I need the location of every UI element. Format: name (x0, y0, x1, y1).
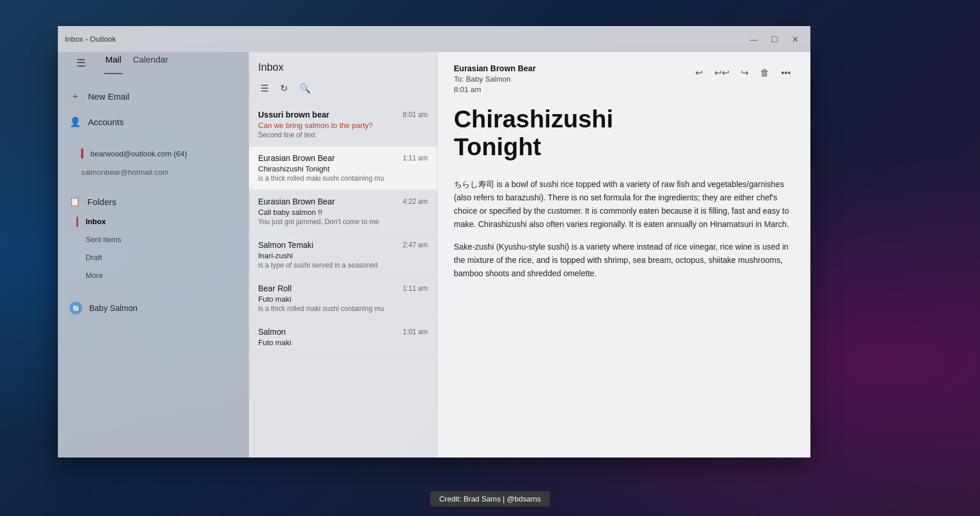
accounts-button[interactable]: 👤 Accounts (58, 109, 249, 134)
refresh-button[interactable]: ↻ (278, 80, 290, 96)
baby-salmon-item[interactable]: 🔄 Baby Salmon (58, 296, 249, 320)
email-sender: Eurasian Brown Bear (258, 197, 335, 206)
folder-draft[interactable]: Draft (58, 248, 249, 266)
email-subject: Call baby salmon !! (258, 208, 428, 217)
list-view-button[interactable]: ☰ (258, 80, 271, 96)
person-icon: 👤 (69, 116, 81, 127)
folder-inbox-label: Inbox (86, 217, 106, 226)
folders-header[interactable]: 📋 Folders (58, 191, 249, 213)
email-time: 1:11 am (403, 154, 428, 162)
email-subject: Futo maki (258, 338, 428, 347)
tab-mail[interactable]: Mail (104, 52, 123, 74)
folder-inbox[interactable]: Inbox (58, 213, 249, 230)
folders-label: Folders (87, 197, 116, 207)
email-item[interactable]: Salmon Temaki 2:47 am Inari-zushi is a t… (249, 233, 437, 277)
email-list: Ussuri brown bear 8:01 am Can we bring s… (249, 103, 437, 458)
reading-body-paragraph2: Sake-zushi (Kyushu-style sushi) is a var… (454, 240, 794, 280)
reading-pane: Eurasian Brown Bear To: Baby Salmon 8:01… (438, 52, 810, 458)
email-sender: Salmon (258, 327, 285, 336)
email-subject: Inari-zushi (258, 251, 428, 260)
folder-more[interactable]: More (58, 266, 249, 284)
email-subject: Can we bring salmon to the party? (258, 121, 428, 130)
email-time: 4:22 am (403, 197, 428, 206)
reading-actions: ↩ ↩↩ ↪ 🗑 ••• (692, 64, 794, 82)
email-list-toolbar: ☰ ↻ 🔍 (249, 78, 437, 103)
reading-time: 8:01 am (454, 85, 536, 94)
minimize-button[interactable]: — (746, 31, 762, 47)
reading-title: Chirashizushi Tonight (454, 105, 794, 162)
email-item-header: Eurasian Brown Bear 1:11 am (258, 153, 428, 163)
search-button[interactable]: 🔍 (297, 80, 313, 96)
email-sender: Salmon Temaki (258, 240, 313, 250)
email-item[interactable]: Eurasian Brown Bear 1:11 am Chirashizush… (249, 147, 437, 190)
plus-icon: ＋ (69, 90, 81, 103)
new-email-label: New Email (88, 92, 130, 101)
account-bearwood[interactable]: bearwood@outlook.com (64) (58, 144, 249, 163)
email-subject: Futo maki (258, 295, 428, 303)
window-title: Inbox - Outlook (65, 35, 116, 43)
baby-salmon-avatar: 🔄 (69, 302, 82, 314)
email-sender: Eurasian Brown Bear (258, 153, 335, 163)
title-bar: Inbox - Outlook — ☐ ✕ (58, 26, 810, 52)
email-time: 1:11 am (403, 284, 428, 292)
accounts-section: bearwood@outlook.com (64) salmonbear@hot… (58, 139, 249, 186)
reading-body: ちらし寿司 is a bowl of sushi rice topped wit… (454, 178, 794, 290)
email-subject: Chirashizushi Tonight (258, 164, 428, 173)
email-time: 8:01 am (403, 111, 428, 119)
maximize-button[interactable]: ☐ (766, 31, 783, 47)
account-salmonbear[interactable]: salmonbear@hotmail.com (58, 163, 249, 181)
folder-draft-label: Draft (86, 253, 102, 262)
folder-sent[interactable]: Sent items (58, 230, 249, 248)
reading-from: Eurasian Brown Bear (454, 64, 536, 73)
folder-more-label: More (86, 271, 103, 280)
email-preview: You just got jammed. Don't come to me (258, 218, 428, 226)
email-item[interactable]: Eurasian Brown Bear 4:22 am Call baby sa… (249, 190, 437, 233)
email-sender: Ussuri brown bear (258, 110, 329, 119)
reading-to: To: Baby Salmon (454, 75, 536, 83)
sidebar-nav: ☰ Mail Calendar (58, 52, 249, 79)
sidebar: ☰ Mail Calendar ＋ New Email 👤 Accounts b… (58, 52, 249, 458)
sidebar-footer: 🔄 Baby Salmon (58, 291, 249, 325)
sidebar-actions: ＋ New Email 👤 Accounts (58, 79, 249, 139)
reading-title-line2: Tonight (454, 133, 541, 160)
email-preview: is a type of sushi served in a seasoned (258, 261, 428, 269)
more-actions-button[interactable]: ••• (777, 64, 794, 82)
email-item[interactable]: Salmon 1:01 am Futo maki (249, 320, 437, 356)
window-controls: — ☐ ✕ (746, 26, 803, 52)
delete-button[interactable]: 🗑 (757, 64, 773, 82)
email-item[interactable]: Bear Roll 1:11 am Futo maki is a thick r… (249, 277, 437, 320)
baby-salmon-label: Baby Salmon (89, 303, 137, 313)
reading-header: Eurasian Brown Bear To: Baby Salmon 8:01… (454, 64, 794, 94)
credit-tooltip: Credit: Brad Sams | @bdsams (430, 491, 550, 507)
email-preview: Second line of text (258, 131, 428, 139)
email-time: 2:47 am (403, 241, 428, 249)
folder-icon: 📋 (69, 196, 80, 207)
hamburger-menu-button[interactable]: ☰ (67, 52, 95, 74)
inbox-header: Inbox (249, 52, 437, 78)
email-time: 1:01 am (403, 328, 428, 336)
close-button[interactable]: ✕ (787, 31, 803, 47)
email-item[interactable]: Ussuri brown bear 8:01 am Can we bring s… (249, 103, 437, 147)
account-salmonbear-email: salmonbear@hotmail.com (81, 168, 168, 177)
email-item-header: Bear Roll 1:11 am (258, 284, 428, 293)
folder-sent-label: Sent items (86, 235, 121, 244)
email-item-header: Salmon Temaki 2:47 am (258, 240, 428, 250)
email-item-header: Salmon 1:01 am (258, 327, 428, 336)
reply-all-button[interactable]: ↩↩ (711, 64, 733, 82)
folders-section: 📋 Folders Inbox Sent items Draft More (58, 186, 249, 289)
reading-meta: Eurasian Brown Bear To: Baby Salmon 8:01… (454, 64, 536, 94)
reading-title-line1: Chirashizushi (454, 105, 613, 133)
email-item-header: Eurasian Brown Bear 4:22 am (258, 197, 428, 206)
tab-calendar[interactable]: Calendar (132, 52, 170, 74)
accounts-label: Accounts (88, 117, 124, 127)
email-item-header: Ussuri brown bear 8:01 am (258, 110, 428, 119)
new-email-button[interactable]: ＋ New Email (58, 83, 249, 109)
email-sender: Bear Roll (258, 284, 292, 293)
account-bearwood-email: bearwood@outlook.com (64) (90, 149, 187, 158)
reading-body-paragraph1: ちらし寿司 is a bowl of sushi rice topped wit… (454, 178, 794, 231)
forward-button[interactable]: ↪ (737, 64, 752, 82)
email-list-panel: Inbox ☰ ↻ 🔍 Ussuri brown bear 8:01 am Ca… (249, 52, 438, 458)
email-preview: is a thick rolled maki sushi containing … (258, 305, 428, 313)
account-indicator (81, 148, 83, 159)
reply-button[interactable]: ↩ (692, 64, 706, 82)
